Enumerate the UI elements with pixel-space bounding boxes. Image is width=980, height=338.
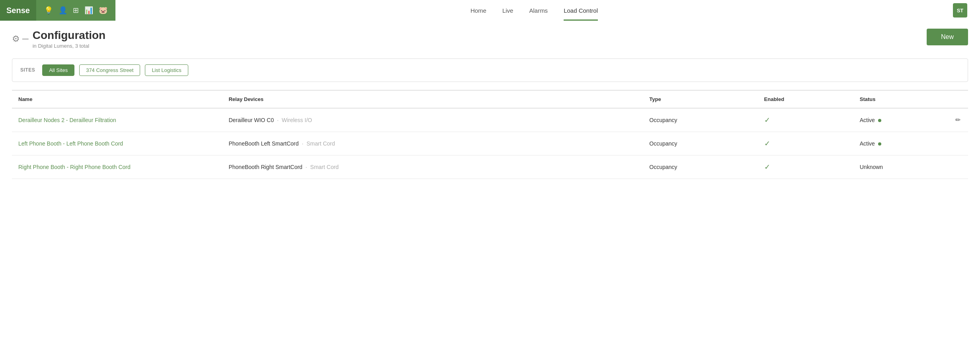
row3-check-icon: ✓ xyxy=(764,163,770,171)
page-subtitle: in Digital Lumens, 3 total xyxy=(33,43,106,49)
site-374-congress[interactable]: 374 Congress Street xyxy=(79,64,140,76)
nav-right: ST xyxy=(953,0,980,21)
row1-status: Active xyxy=(853,108,949,132)
row3-action xyxy=(949,155,968,179)
site-all-sites[interactable]: All Sites xyxy=(42,64,74,76)
row1-edit-icon[interactable]: ✏ xyxy=(955,117,960,123)
row1-enabled: ✓ xyxy=(758,108,853,132)
row1-name: Derailleur Nodes 2 - Derailleur Filtrati… xyxy=(12,108,222,132)
row2-type: Occupancy xyxy=(643,132,757,155)
row3-name: Right Phone Booth - Right Phone Booth Co… xyxy=(12,155,222,179)
title-section: ⚙ ─ Configuration in Digital Lumens, 3 t… xyxy=(12,29,105,49)
table-header-row: Name Relay Devices Type Enabled Status xyxy=(12,90,968,108)
configuration-table: Name Relay Devices Type Enabled Status D… xyxy=(12,90,968,179)
row1-name-link[interactable]: Derailleur Nodes 2 - Derailleur Filtrati… xyxy=(18,117,116,123)
col-header-status: Status xyxy=(853,90,949,108)
row2-relay: PhoneBooth Left SmartCord · Smart Cord xyxy=(222,132,643,155)
avatar[interactable]: ST xyxy=(953,3,967,17)
table-row: Derailleur Nodes 2 - Derailleur Filtrati… xyxy=(12,108,968,132)
nav-live[interactable]: Live xyxy=(502,0,513,21)
row2-check-icon: ✓ xyxy=(764,140,770,148)
row2-relay-type: Smart Cord xyxy=(306,140,335,147)
row2-relay-name: PhoneBooth Left SmartCord xyxy=(228,140,299,147)
row3-type: Occupancy xyxy=(643,155,757,179)
sites-label: SITES xyxy=(20,67,35,73)
nav-icon-bar: 💡 👤 ⊞ 📊 🐷 xyxy=(36,0,115,21)
col-header-type: Type xyxy=(643,90,757,108)
row2-status-dot xyxy=(878,142,881,146)
row2-dot: · xyxy=(302,140,303,147)
page-title: Configuration xyxy=(33,29,106,42)
row2-status: Active xyxy=(853,132,949,155)
table-row: Right Phone Booth - Right Phone Booth Co… xyxy=(12,155,968,179)
col-header-action xyxy=(949,90,968,108)
table-row: Left Phone Booth - Left Phone Booth Cord… xyxy=(12,132,968,155)
row1-action: ✏ xyxy=(949,108,968,132)
row3-enabled: ✓ xyxy=(758,155,853,179)
row2-enabled: ✓ xyxy=(758,132,853,155)
nav-load-control[interactable]: Load Control xyxy=(564,0,598,21)
row3-name-link[interactable]: Right Phone Booth - Right Phone Booth Co… xyxy=(18,164,131,170)
row1-dot: · xyxy=(277,117,279,123)
row2-status-text: Active xyxy=(860,140,875,147)
bulb-icon[interactable]: 💡 xyxy=(44,6,53,15)
brand-logo[interactable]: Sense xyxy=(0,0,36,21)
row3-relay: PhoneBooth Right SmartCord · Smart Cord xyxy=(222,155,643,179)
chart-icon[interactable]: 📊 xyxy=(84,6,93,15)
row1-relay-name: Derailleur WIO C0 xyxy=(228,117,274,123)
piggy-icon[interactable]: 🐷 xyxy=(99,6,107,15)
row1-check-icon: ✓ xyxy=(764,116,770,124)
col-header-relay: Relay Devices xyxy=(222,90,643,108)
row3-relay-name: PhoneBooth Right SmartCord xyxy=(228,164,302,170)
page-header: ⚙ ─ Configuration in Digital Lumens, 3 t… xyxy=(12,29,968,49)
col-header-name: Name xyxy=(12,90,222,108)
row3-dot: · xyxy=(306,164,307,170)
row2-name: Left Phone Booth - Left Phone Booth Cord xyxy=(12,132,222,155)
row2-action xyxy=(949,132,968,155)
sites-filter: SITES All Sites 374 Congress Street List… xyxy=(12,58,968,82)
top-nav: Sense 💡 👤 ⊞ 📊 🐷 Home Live Alarms Load Co… xyxy=(0,0,980,21)
row3-status: Unknown xyxy=(853,155,949,179)
person-icon[interactable]: 👤 xyxy=(59,6,67,15)
nav-links: Home Live Alarms Load Control xyxy=(115,0,953,21)
col-header-enabled: Enabled xyxy=(758,90,853,108)
nav-alarms[interactable]: Alarms xyxy=(529,0,548,21)
row1-type: Occupancy xyxy=(643,108,757,132)
new-button[interactable]: New xyxy=(927,29,968,45)
row1-status-dot xyxy=(878,119,881,122)
row1-relay: Derailleur WIO C0 · Wireless I/O xyxy=(222,108,643,132)
row3-relay-type: Smart Cord xyxy=(310,164,339,170)
row2-name-link[interactable]: Left Phone Booth - Left Phone Booth Cord xyxy=(18,140,123,147)
brand-name: Sense xyxy=(6,6,30,15)
grid-icon[interactable]: ⊞ xyxy=(73,6,79,15)
row1-status-text: Active xyxy=(860,117,875,123)
page-content: ⚙ ─ Configuration in Digital Lumens, 3 t… xyxy=(0,21,980,338)
nav-home[interactable]: Home xyxy=(470,0,486,21)
row1-relay-type: Wireless I/O xyxy=(282,117,312,123)
config-icon: ⚙ ─ xyxy=(12,34,29,44)
site-list-logistics[interactable]: List Logistics xyxy=(145,64,188,76)
row3-status-text: Unknown xyxy=(860,164,883,170)
